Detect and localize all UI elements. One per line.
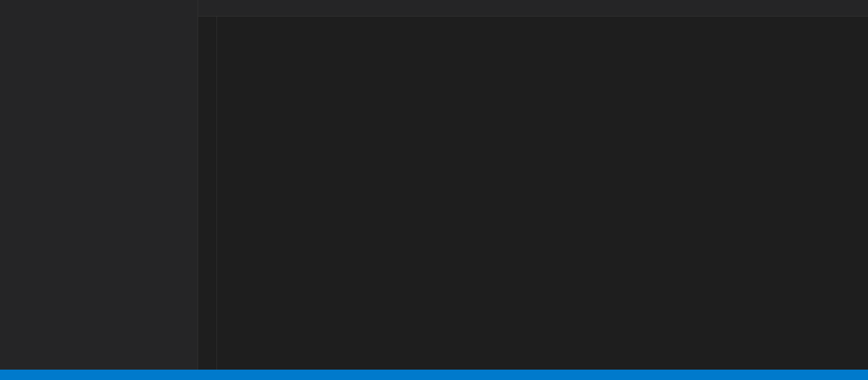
code-lines — [217, 17, 868, 380]
editor-area — [198, 0, 868, 380]
bottom-bar — [0, 370, 868, 380]
sidebar — [0, 0, 198, 380]
line-numbers — [198, 17, 217, 380]
code-content — [198, 17, 868, 380]
tabs-bar — [198, 0, 868, 17]
code-container[interactable] — [198, 17, 868, 380]
